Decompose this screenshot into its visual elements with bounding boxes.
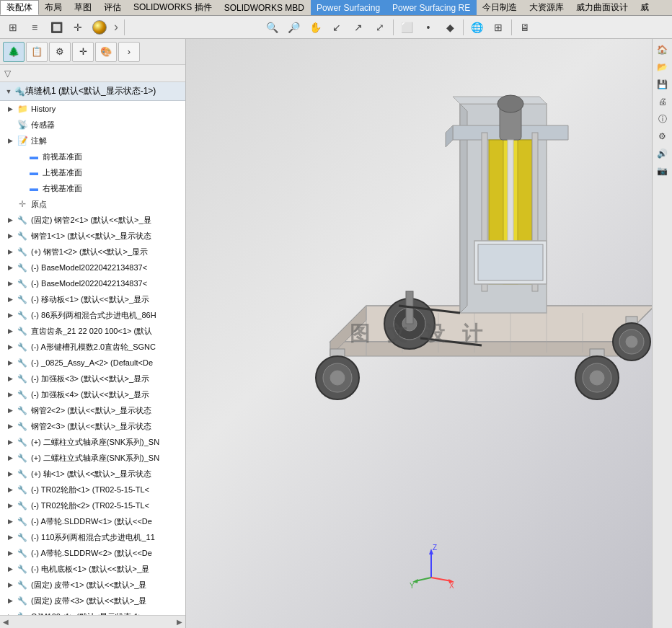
tree-item-component-17[interactable]: ▶🔧(-) 加强板<3> (默认<<默认>_显示 xyxy=(0,371,185,386)
tree-item-component-14[interactable]: ▶🔧直齿齿条_21 22 020 100<1> (默认 xyxy=(0,323,185,339)
tree-item-front-plane[interactable]: ▶ ▬ 前视基准面 xyxy=(0,149,185,164)
menu-item-sketch[interactable]: 草图 xyxy=(68,0,98,15)
tree-item-component-10[interactable]: ▶🔧(-) BaseModel20220422134837< xyxy=(0,260,185,275)
menu-item-power-surfacing[interactable]: Power Surfacing xyxy=(311,0,386,15)
tree-icon-component-11: 🔧 xyxy=(16,277,29,290)
toolbar-dot-icon[interactable]: • xyxy=(418,17,438,37)
tree-item-history[interactable]: ▶ 📁 History xyxy=(0,101,185,117)
toolbar-globe-icon[interactable]: 🌐 xyxy=(467,17,487,37)
lp-btn-appearance[interactable]: 🎨 xyxy=(95,42,117,62)
tree-expand-component-15: ▶ xyxy=(6,342,14,351)
tree-item-component-7[interactable]: ▶🔧(固定) 钢管2<1> (默认<<默认>_显 xyxy=(0,212,185,228)
tree-label-component-31: (固定) 皮带<3> (默认<<默认>_显 xyxy=(31,596,146,606)
lp-btn-feature-tree[interactable]: 🌲 xyxy=(3,42,25,62)
rt-camera-icon[interactable]: 📷 xyxy=(655,163,671,179)
tree-item-component-24[interactable]: ▶🔧(-) TR02轮胎<1> (TR02-5-15-TL< xyxy=(0,482,185,497)
tree-item-component-28[interactable]: ▶🔧(-) A带轮.SLDDRW<2> (默认<<De xyxy=(0,545,185,561)
tree-label-component-28: (-) A带轮.SLDDRW<2> (默认<<De xyxy=(31,548,152,559)
tree-item-component-16[interactable]: ▶🔧(-) _0825_Assy_A<2> (Default<De xyxy=(0,355,185,371)
toolbar-move-icon[interactable]: ✋ xyxy=(305,17,325,37)
lp-btn-config[interactable]: ⚙ xyxy=(49,42,71,62)
tree-icon-front-plane: ▬ xyxy=(27,150,40,163)
toolbar-more-icon[interactable]: › xyxy=(111,19,121,35)
tree-item-component-31[interactable]: ▶🔧(固定) 皮带<3> (默认<<默认>_显 xyxy=(0,593,185,609)
rt-folder-icon[interactable]: 📂 xyxy=(655,59,671,75)
tree-item-component-13[interactable]: ▶🔧(-) 86系列两相混合式步进电机_86H xyxy=(0,307,185,323)
scroll-right-icon[interactable]: ▶ xyxy=(177,618,182,626)
svg-point-32 xyxy=(498,95,523,112)
menu-item-sw-plugin[interactable]: SOLIDWORKS 插件 xyxy=(128,0,218,15)
rt-home-icon[interactable]: 🏠 xyxy=(655,42,671,58)
tree-icon-component-21: 🔧 xyxy=(16,435,29,448)
tree-item-component-23[interactable]: ▶🔧(+) 轴<1> (默认<<默认>_显示状态 xyxy=(0,466,185,482)
rt-save-icon[interactable]: 💾 xyxy=(655,76,671,92)
toolbar-search1-icon[interactable]: 🔍 xyxy=(262,17,282,37)
rt-print-icon[interactable]: 🖨 xyxy=(655,94,671,110)
tree-item-component-29[interactable]: ▶🔧(-) 电机底板<1> (默认<<默认>_显 xyxy=(0,561,185,577)
tree-item-component-22[interactable]: ▶🔧(+) 二螺柱立式轴承座(SNK系列)_SN xyxy=(0,450,185,466)
tree-item-component-21[interactable]: ▶🔧(+) 二螺柱立式轴承座(SNK系列)_SN xyxy=(0,434,185,450)
menu-item-assembly[interactable]: 装配体 xyxy=(0,0,39,15)
menu-item-layout[interactable]: 布局 xyxy=(39,0,68,15)
tree-item-component-30[interactable]: ▶🔧(固定) 皮带<1> (默认<<默认>_显 xyxy=(0,577,185,593)
toolbar-grid-icon[interactable]: ⊞ xyxy=(3,17,23,37)
tree-item-component-12[interactable]: ▶🔧(-) 移动板<1> (默认<<默认>_显示 xyxy=(0,291,185,307)
tree-item-component-32[interactable]: ▶🔧CJM100<1> (默认<显示状态-1> xyxy=(0,609,185,615)
menu-item-power-extra[interactable]: 威 xyxy=(635,0,655,15)
tree-expand-annotation: ▶ xyxy=(6,136,14,145)
toolbar-list-icon[interactable]: ≡ xyxy=(25,17,45,37)
toolbar-search2-icon[interactable]: 🔎 xyxy=(283,17,304,37)
tree-item-annotation[interactable]: ▶ 📝 注解 xyxy=(0,133,185,149)
menu-item-power-curve[interactable]: 威力曲面设计 xyxy=(570,0,635,15)
filter-bar: ▽ xyxy=(0,65,185,82)
scroll-left-icon[interactable]: ◀ xyxy=(3,618,9,626)
viewport[interactable]: 图 文 设 计 Z X Y xyxy=(186,39,652,628)
lp-btn-properties[interactable]: 📋 xyxy=(26,42,48,62)
tree-item-right-plane[interactable]: ▶ ▬ 右视基准面 xyxy=(0,180,185,196)
menu-item-resource[interactable]: 大资源库 xyxy=(523,0,570,15)
tree-label-component-22: (+) 二螺柱立式轴承座(SNK系列)_SN xyxy=(31,453,159,464)
tree-item-component-19[interactable]: ▶🔧钢管2<2> (默认<<默认>_显示状态 xyxy=(0,402,185,418)
rt-info-icon[interactable]: ⓘ xyxy=(655,111,671,127)
toolbar-sphere-icon[interactable] xyxy=(89,17,110,37)
tree-item-component-18[interactable]: ▶🔧(-) 加强板<4> (默认<<默认>_显示 xyxy=(0,386,185,402)
tree-item-top-plane[interactable]: ▶ ▬ 上视基准面 xyxy=(0,164,185,180)
tree-label-component-27: (-) 110系列两相混合式步进电机_11 xyxy=(31,532,155,543)
menu-item-today-mfg[interactable]: 今日制造 xyxy=(477,0,523,15)
main-content: 🌲 📋 ⚙ ✛ 🎨 › ▽ ▼ 🔩 填缝机1 (默认<默认_显示状态-1>) ▶… xyxy=(0,39,672,628)
menu-item-power-surfacing-re[interactable]: Power Surfacing RE xyxy=(386,0,477,15)
rt-speaker-icon[interactable]: 🔊 xyxy=(655,146,671,162)
toolbar-diamond-icon[interactable]: ◆ xyxy=(440,17,460,37)
tree-icon-component-7: 🔧 xyxy=(16,213,29,226)
tree-panel[interactable]: ▼ 🔩 填缝机1 (默认<默认_显示状态-1>) ▶ 📁 History ▶ 📡… xyxy=(0,82,185,615)
toolbar-monitor-icon[interactable]: 🖥 xyxy=(515,17,535,37)
tree-item-component-15[interactable]: ▶🔧(-) A形键槽孔模数2.0直齿轮_SGNC xyxy=(0,339,185,355)
tree-expand-component-26: ▶ xyxy=(6,517,14,526)
rt-gear-icon[interactable]: ⚙ xyxy=(655,128,671,144)
toolbar-arrow3-icon[interactable]: ⤢ xyxy=(370,17,390,37)
tree-item-component-20[interactable]: ▶🔧钢管2<3> (默认<<默认>_显示状态 xyxy=(0,418,185,434)
menu-item-sw-mbd[interactable]: SOLIDWORKS MBD xyxy=(218,0,311,15)
lp-btn-more[interactable]: › xyxy=(118,42,140,62)
toolbar-arrow1-icon[interactable]: ↙ xyxy=(327,17,347,37)
toolbar-box3d-icon[interactable]: ⬜ xyxy=(397,17,417,37)
tree-item-sensor[interactable]: ▶ 📡 传感器 xyxy=(0,117,185,133)
tree-header-label: 填缝机1 (默认<默认_显示状态-1>) xyxy=(25,85,156,97)
tree-icon-component-26: 🔧 xyxy=(16,515,29,528)
menu-item-evaluate[interactable]: 评估 xyxy=(98,0,128,15)
tree-item-component-11[interactable]: ▶🔧(-) BaseModel20220422134837< xyxy=(0,275,185,291)
tree-item-component-27[interactable]: ▶🔧(-) 110系列两相混合式步进电机_11 xyxy=(0,529,185,545)
toolbar-grid3-icon[interactable]: ⊞ xyxy=(488,17,508,37)
tree-header[interactable]: ▼ 🔩 填缝机1 (默认<默认_显示状态-1>) xyxy=(0,82,185,101)
tree-item-component-8[interactable]: ▶🔧钢管1<1> (默认<<默认>_显示状态 xyxy=(0,228,185,244)
tree-item-component-25[interactable]: ▶🔧(-) TR02轮胎<2> (TR02-5-15-TL< xyxy=(0,497,185,513)
tree-item-component-26[interactable]: ▶🔧(-) A带轮.SLDDRW<1> (默认<<De xyxy=(0,513,185,529)
tree-item-component-9[interactable]: ▶🔧(+) 钢管1<2> (默认<<默认>_显示 xyxy=(0,244,185,260)
machine-svg xyxy=(273,68,652,515)
toolbar-arrow2-icon[interactable]: ↗ xyxy=(348,17,368,37)
lp-btn-display[interactable]: ✛ xyxy=(72,42,94,62)
tree-item-origin[interactable]: ▶ ✛ 原点 xyxy=(0,196,185,212)
toolbar-plus-icon[interactable]: ✛ xyxy=(68,17,88,37)
toolbar-box-icon[interactable]: 🔲 xyxy=(46,17,66,37)
tree-icon-sensor: 📡 xyxy=(16,118,29,131)
